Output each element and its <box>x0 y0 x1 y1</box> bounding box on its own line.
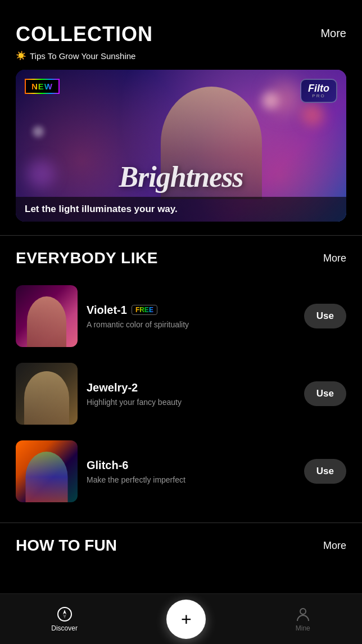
hero-main-text: Brightness <box>16 160 346 193</box>
subtitle-icon: ☀️ <box>16 51 26 61</box>
bokeh-3 <box>262 92 279 109</box>
svg-point-0 <box>58 607 71 621</box>
how-to-fun-title: HOW TO FUN <box>16 537 117 555</box>
use-button-violet[interactable]: Use <box>304 304 346 328</box>
hero-banner[interactable]: NEW Filto PRO Brightness Let the light i… <box>16 70 346 222</box>
hero-new-badge: NEW <box>25 79 60 94</box>
hero-logo: Filto PRO <box>300 79 337 103</box>
hero-caption: Let the light illuminates your way. <box>16 197 346 222</box>
item-name: Jewelry-2 <box>87 381 138 394</box>
svg-marker-2 <box>63 614 66 619</box>
hero-logo-sub: PRO <box>308 93 329 98</box>
use-button-glitch[interactable]: Use <box>304 459 346 484</box>
everybody-like-more[interactable]: More <box>323 253 346 264</box>
everybody-like-header: EVERYBODY LIKE More <box>0 249 362 267</box>
hero-new-badge-text: NEW <box>31 82 53 91</box>
bottom-navigation: Discover + Mine <box>0 593 362 644</box>
page-subtitle: ☀️ Tips To Grow Your Sunshine <box>0 51 362 70</box>
item-description: Highlight your fancy beauty <box>87 398 295 407</box>
thumb-person <box>24 371 69 425</box>
page-title: COLLECTION <box>16 22 153 46</box>
item-info-violet: Violet-1 FREE A romantic color of spirit… <box>87 304 295 329</box>
nav-item-mine[interactable]: Mine <box>282 602 324 637</box>
bokeh-5 <box>33 126 44 137</box>
bokeh-2 <box>301 103 324 126</box>
item-thumbnail-violet <box>16 285 78 347</box>
list-item: Violet-1 FREE A romantic color of spirit… <box>0 278 362 354</box>
how-to-fun-more[interactable]: More <box>323 540 346 552</box>
item-thumbnail-glitch <box>16 440 78 502</box>
mine-label: Mine <box>296 624 310 632</box>
everybody-like-title: EVERYBODY LIKE <box>16 249 158 267</box>
free-badge: FREE <box>132 305 157 315</box>
list-item: Glitch-6 Make the perfectly imperfect Us… <box>0 434 362 509</box>
thumb-person <box>26 452 68 502</box>
item-description: A romantic color of spirituality <box>87 320 295 329</box>
compass-icon <box>57 606 73 622</box>
item-thumbnail-jewelry <box>16 363 78 425</box>
item-info-jewelry: Jewelry-2 Highlight your fancy beauty <box>87 381 295 407</box>
thumb-person <box>27 296 66 347</box>
use-button-jewelry[interactable]: Use <box>304 381 346 406</box>
discover-label: Discover <box>51 624 78 632</box>
svg-marker-1 <box>63 610 66 614</box>
list-item: Jewelry-2 Highlight your fancy beauty Us… <box>0 356 362 431</box>
item-name-row: Glitch-6 <box>87 459 295 472</box>
item-name-row: Violet-1 FREE <box>87 304 295 317</box>
hero-logo-text: Filto <box>308 83 329 93</box>
item-name: Glitch-6 <box>87 459 128 472</box>
item-name: Violet-1 <box>87 304 127 317</box>
section-divider-1 <box>0 235 362 236</box>
page-header: COLLECTION More <box>0 0 362 51</box>
fab-add-button[interactable]: + <box>166 600 206 639</box>
subtitle-text: Tips To Grow Your Sunshine <box>30 51 135 61</box>
person-icon <box>295 606 311 622</box>
item-description: Make the perfectly imperfect <box>87 475 295 484</box>
fab-plus-icon: + <box>181 610 192 628</box>
item-info-glitch: Glitch-6 Make the perfectly imperfect <box>87 459 295 484</box>
svg-point-3 <box>300 609 306 614</box>
header-more-button[interactable]: More <box>320 27 346 40</box>
how-to-fun-header: HOW TO FUN More <box>0 537 362 555</box>
item-name-row: Jewelry-2 <box>87 381 295 394</box>
section-divider-2 <box>0 523 362 523</box>
nav-item-discover[interactable]: Discover <box>38 602 91 637</box>
